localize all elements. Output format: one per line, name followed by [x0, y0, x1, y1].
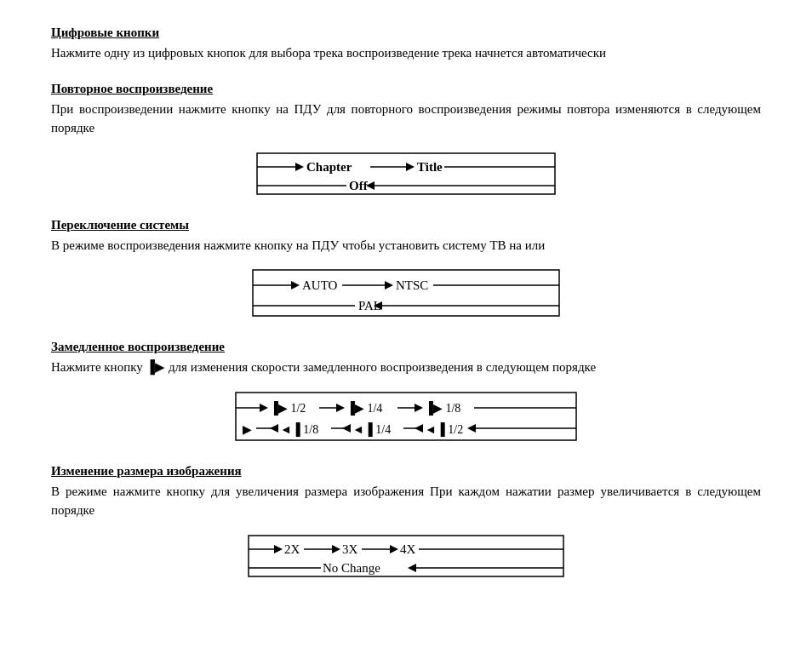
auto-ntsc-diagram: AUTO NTSC PAL — [51, 263, 761, 321]
section-repeat: Повторное воспроизведение При воспроизве… — [51, 82, 761, 199]
section-body-system: В режиме воспроизведения нажмите кнопку … — [51, 236, 761, 255]
section-title-digital: Цифровые кнопки — [51, 26, 761, 40]
svg-text:▐▶ 1/8: ▐▶ 1/8 — [425, 401, 460, 416]
svg-text:◄▐ 1/2: ◄▐ 1/2 — [425, 422, 463, 438]
slow-motion-svg: ▐▶ 1/2 ▐▶ 1/4 ▐▶ 1/8 ▶ ◄▐ 1/8 ◄▐ 1/4 ◄▐ … — [227, 386, 585, 445]
section-title-zoom: Изменение размера изображения — [51, 464, 761, 479]
svg-text:2X: 2X — [284, 542, 300, 556]
zoom-diagram: 2X 3X 4X No Change — [51, 529, 761, 582]
section-body-zoom: В режиме нажмите кнопку для увеличения р… — [51, 482, 761, 520]
section-title-repeat: Повторное воспроизведение — [51, 82, 761, 96]
svg-text:4X: 4X — [400, 542, 416, 556]
section-digital-buttons: Цифровые кнопки Нажмите одну из цифровых… — [51, 26, 761, 63]
svg-text:▐▶ 1/4: ▐▶ 1/4 — [346, 401, 382, 416]
section-body-repeat: При воспроизведении нажмите кнопку на ПД… — [51, 100, 761, 138]
zoom-svg: 2X 3X 4X No Change — [240, 529, 572, 582]
chapter-title-diagram: Chapter Title Off — [51, 146, 761, 199]
svg-text:AUTO: AUTO — [302, 278, 338, 292]
section-zoom: Изменение размера изображения В режиме н… — [51, 464, 761, 582]
section-slow-motion: Замедленное воспроизведение Нажмите кноп… — [51, 340, 761, 445]
svg-text:No Change: No Change — [323, 561, 380, 575]
svg-text:▐▶ 1/2: ▐▶ 1/2 — [270, 401, 306, 416]
svg-text:NTSC: NTSC — [396, 278, 428, 292]
svg-text:Off: Off — [349, 179, 369, 192]
svg-rect-12 — [253, 270, 559, 316]
svg-text:◄▐ 1/8: ◄▐ 1/8 — [280, 422, 318, 438]
svg-text:Chapter: Chapter — [306, 160, 352, 174]
svg-text:▶: ▶ — [243, 423, 252, 436]
slow-motion-diagram: ▐▶ 1/2 ▐▶ 1/4 ▐▶ 1/8 ▶ ◄▐ 1/8 ◄▐ 1/4 ◄▐ … — [51, 386, 761, 445]
chapter-title-svg: Chapter Title Off — [249, 146, 563, 199]
section-title-slow: Замедленное воспроизведение — [51, 340, 761, 354]
auto-ntsc-svg: AUTO NTSC PAL — [244, 263, 568, 321]
svg-text:◄▐ 1/4: ◄▐ 1/4 — [352, 422, 391, 438]
svg-text:Title: Title — [417, 160, 443, 174]
section-body-slow: Нажмите кнопку ▐▶ для изменения скорости… — [51, 358, 761, 377]
svg-rect-0 — [257, 153, 555, 194]
section-body-digital: Нажмите одну из цифровых кнопок для выбо… — [51, 43, 761, 63]
section-title-system: Переключение системы — [51, 218, 761, 232]
section-system-switch: Переключение системы В режиме воспроизве… — [51, 218, 761, 322]
svg-text:3X: 3X — [342, 542, 358, 556]
